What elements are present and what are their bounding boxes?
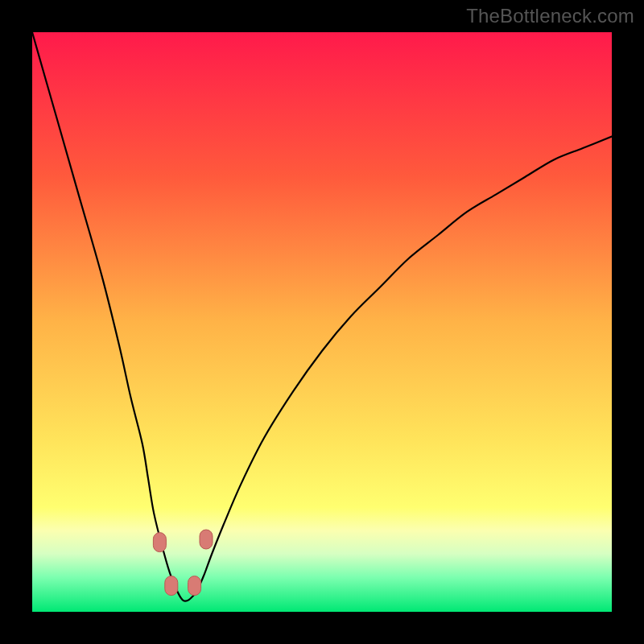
plot-svg bbox=[32, 32, 612, 612]
left-upper-marker bbox=[153, 533, 166, 552]
right-upper-marker bbox=[200, 530, 213, 549]
plot-area bbox=[32, 32, 612, 612]
watermark-text: TheBottleneck.com bbox=[466, 5, 634, 27]
chart-canvas: TheBottleneck.com bbox=[0, 0, 644, 644]
left-lower-marker bbox=[165, 576, 178, 596]
gradient-background bbox=[32, 32, 612, 612]
right-lower-marker bbox=[188, 576, 201, 596]
